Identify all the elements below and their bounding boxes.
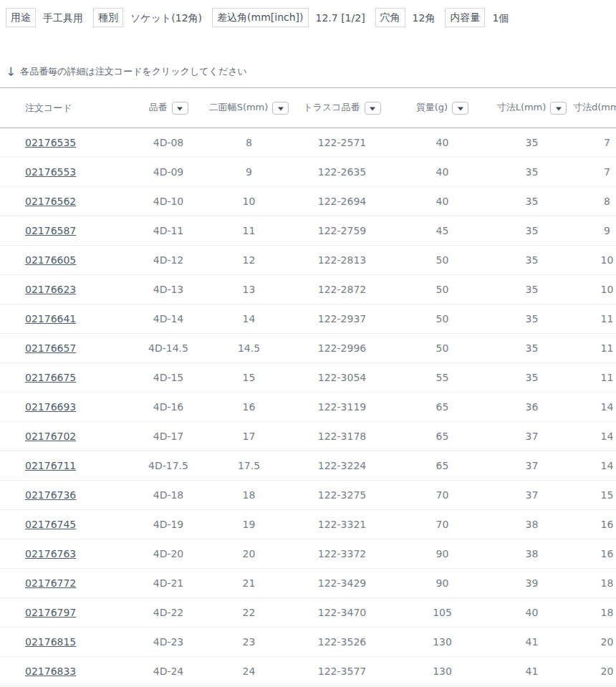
table-cell: 122-2759	[290, 216, 394, 246]
column-header-label: 二面幅S(mm)	[209, 102, 269, 112]
table-row: 021768154D-2323122-35261304120	[0, 628, 616, 657]
table-cell: 122-2571	[290, 128, 394, 158]
table-cell: 20	[573, 628, 616, 657]
order-code-cell: 02176763	[0, 539, 129, 569]
sort-dropdown-button[interactable]	[172, 102, 188, 115]
table-cell: 15	[573, 481, 616, 510]
order-code-link[interactable]: 02176605	[25, 254, 76, 266]
table-cell: 35	[491, 304, 573, 334]
sort-dropdown-button[interactable]	[272, 102, 289, 115]
order-code-cell: 02176605	[0, 246, 129, 275]
spec-pair: 種別ソケット(12角)	[93, 8, 212, 27]
table-cell: 4D-14.5	[129, 334, 208, 363]
table-cell: 4D-10	[129, 187, 208, 216]
table-cell: 35	[491, 158, 573, 187]
order-code-link[interactable]: 02176797	[25, 607, 76, 618]
spec-pair: 内容量1個	[445, 8, 519, 27]
table-cell: 23	[208, 628, 290, 657]
table-cell: 15	[208, 363, 290, 393]
table-cell: 4D-19	[129, 510, 208, 539]
table-cell: 38	[491, 539, 573, 569]
table-cell: 50	[394, 334, 491, 363]
order-code-link[interactable]: 02176553	[25, 166, 76, 178]
table-row: 021765624D-1010122-269440358	[0, 187, 616, 216]
table-cell: 16	[573, 539, 616, 569]
order-code-link[interactable]: 02176641	[25, 313, 76, 325]
order-code-link[interactable]: 02176711	[25, 460, 76, 471]
table-row: 021765874D-1111122-275945359	[0, 216, 616, 246]
order-code-link[interactable]: 02176815	[25, 636, 76, 648]
table-cell: 70	[394, 481, 491, 510]
table-cell: 4D-09	[129, 158, 208, 187]
table-cell: 65	[394, 451, 491, 481]
product-spec-bar: 用途手工具用種別ソケット(12角)差込角(mm[inch])12.7 [1/2]…	[0, 0, 616, 27]
table-cell: 11	[573, 363, 616, 393]
product-table-body: 021765354D-088122-257140357021765534D-09…	[0, 128, 616, 686]
table-cell: 122-2872	[290, 275, 394, 304]
table-cell: 9	[208, 158, 290, 187]
table-cell: 105	[394, 598, 491, 628]
column-header-5: 寸法L(mm)	[491, 88, 573, 128]
column-header-label: 寸法L(mm)	[497, 102, 547, 112]
header-row: 注文コード品番二面幅S(mm)トラスコ品番質量(g)寸法L(mm)寸法d(mm)	[0, 88, 616, 128]
sort-dropdown-button[interactable]	[452, 102, 468, 115]
order-code-link[interactable]: 02176623	[25, 284, 76, 295]
sort-dropdown-button[interactable]	[550, 102, 567, 115]
order-code-link[interactable]: 02176702	[25, 431, 76, 442]
table-cell: 7	[573, 128, 616, 158]
order-code-cell: 02176623	[0, 275, 129, 304]
table-cell: 90	[394, 539, 491, 569]
order-code-link[interactable]: 02176736	[25, 489, 76, 501]
table-row: 021766234D-1313122-2872503510	[0, 275, 616, 304]
table-cell: 40	[394, 128, 491, 158]
column-header-label: 質量(g)	[416, 102, 448, 112]
table-cell: 13	[208, 275, 290, 304]
table-row: 021767114D-17.517.5122-3224653714	[0, 451, 616, 481]
table-row: 021766414D-1414122-2937503511	[0, 304, 616, 334]
table-cell: 122-3321	[290, 510, 394, 539]
table-cell: 4D-18	[129, 481, 208, 510]
table-cell: 4D-15	[129, 363, 208, 393]
table-cell: 18	[208, 481, 290, 510]
table-cell: 18	[573, 598, 616, 628]
table-row: 021767974D-2222122-34701054018	[0, 598, 616, 628]
order-code-note-text: 各品番毎の詳細は注文コードをクリックしてください	[20, 65, 247, 78]
order-code-link[interactable]: 02176675	[25, 372, 76, 383]
order-code-link[interactable]: 02176763	[25, 548, 76, 559]
column-header-label: 注文コード	[25, 102, 72, 113]
table-cell: 122-2813	[290, 246, 394, 275]
order-code-cell: 02176562	[0, 187, 129, 216]
table-cell: 50	[394, 275, 491, 304]
order-code-link[interactable]: 02176745	[25, 519, 76, 530]
table-cell: 17	[208, 422, 290, 451]
table-cell: 14	[573, 393, 616, 422]
column-header-2: 二面幅S(mm)	[208, 88, 290, 128]
table-row: 021767454D-1919122-3321703816	[0, 510, 616, 539]
table-cell: 35	[491, 275, 573, 304]
order-code-link[interactable]: 02176535	[25, 137, 76, 148]
table-cell: 70	[394, 510, 491, 539]
spec-tag-label: 内容量	[445, 8, 485, 27]
order-code-cell: 02176693	[0, 393, 129, 422]
table-cell: 22	[208, 598, 290, 628]
table-cell: 122-3119	[290, 393, 394, 422]
table-cell: 4D-14	[129, 304, 208, 334]
table-cell: 50	[394, 246, 491, 275]
table-cell: 24	[208, 657, 290, 686]
table-cell: 122-2694	[290, 187, 394, 216]
sort-dropdown-button[interactable]	[365, 102, 381, 115]
table-cell: 4D-16	[129, 393, 208, 422]
order-code-link[interactable]: 02176772	[25, 577, 76, 589]
order-code-link[interactable]: 02176657	[25, 342, 76, 354]
order-code-link[interactable]: 02176587	[25, 225, 76, 236]
order-code-link[interactable]: 02176562	[25, 196, 76, 207]
table-cell: 40	[394, 158, 491, 187]
table-cell: 21	[208, 569, 290, 598]
table-cell: 14.5	[208, 334, 290, 363]
spec-pair: 穴角12角	[375, 8, 446, 27]
order-code-link[interactable]: 02176833	[25, 666, 76, 677]
table-cell: 11	[208, 216, 290, 246]
order-code-link[interactable]: 02176693	[25, 401, 76, 413]
column-header-label: 寸法d(mm)	[573, 102, 616, 112]
spec-tag-label: 差込角(mm[inch])	[212, 8, 308, 27]
